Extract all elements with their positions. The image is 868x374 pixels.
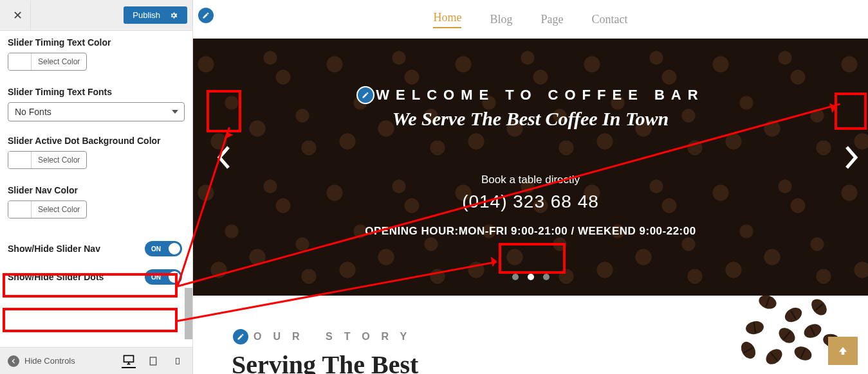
chevron-right-icon bbox=[844, 146, 860, 169]
customizer-header: ✕ Publish bbox=[0, 0, 192, 31]
chevron-left-icon bbox=[8, 355, 19, 367]
publish-button[interactable]: Publish bbox=[124, 6, 187, 24]
select-color-text: Select Color bbox=[32, 152, 86, 168]
device-buttons bbox=[122, 354, 185, 368]
chevron-left-icon bbox=[216, 146, 231, 169]
control-label: Slider Active Dot Background Color bbox=[8, 136, 185, 146]
desktop-icon bbox=[122, 353, 135, 366]
toggle-show-nav[interactable]: ON bbox=[145, 241, 182, 256]
control-show-dots: Show/Hide Slider Dots ON bbox=[8, 263, 185, 291]
hide-controls-button[interactable]: Hide Controls bbox=[8, 355, 116, 367]
mobile-icon bbox=[174, 355, 181, 367]
hide-controls-label: Hide Controls bbox=[24, 356, 75, 366]
slider-dot[interactable] bbox=[528, 274, 534, 280]
hero-hours: OPENING HOUR:MON-FRI 9:00-21:00 / WEEKEN… bbox=[193, 225, 868, 238]
gear-icon bbox=[169, 11, 178, 20]
hero-book-text: Book a table directly bbox=[193, 174, 868, 186]
toggle-show-dots[interactable]: ON bbox=[145, 269, 182, 285]
nav-item-blog[interactable]: Blog bbox=[490, 13, 512, 26]
device-desktop-button[interactable] bbox=[122, 354, 136, 368]
toggle-knob bbox=[169, 243, 180, 254]
hero-phone: (014) 323 68 48 bbox=[193, 191, 868, 212]
control-label: Slider Timing Text Fonts bbox=[8, 87, 185, 97]
device-mobile-button[interactable] bbox=[171, 354, 185, 368]
nav-item-page[interactable]: Page bbox=[541, 13, 564, 26]
customizer-body[interactable]: Slider Timing Text Color Select Color Sl… bbox=[0, 31, 192, 347]
publish-label: Publish bbox=[133, 10, 160, 20]
coffee-beans-decoration bbox=[681, 289, 849, 373]
control-timing-text-fonts: Slider Timing Text Fonts No Fonts bbox=[8, 87, 185, 121]
close-icon: ✕ bbox=[13, 8, 23, 22]
site-nav: Home Blog Page Contact bbox=[193, 0, 868, 39]
hero-subtitle: We Serve The Best Coffee In Town bbox=[193, 108, 868, 130]
control-label: Slider Timing Text Color bbox=[8, 37, 185, 48]
select-color-button[interactable]: Select Color bbox=[8, 53, 87, 71]
hero-welcome-row: WELCOME TO COFFEE BAR bbox=[356, 86, 704, 104]
control-label: Show/Hide Slider Dots bbox=[8, 272, 104, 282]
customizer-panel: ✕ Publish Slider Timing Text Color Selec… bbox=[0, 0, 193, 374]
toggle-state-text: ON bbox=[151, 245, 161, 253]
story-label-row: OUR STORY bbox=[232, 328, 418, 346]
pencil-icon bbox=[362, 91, 369, 99]
select-color-button[interactable]: Select Color bbox=[8, 151, 87, 169]
select-color-text: Select Color bbox=[32, 53, 86, 70]
control-timing-text-color: Slider Timing Text Color Select Color bbox=[8, 37, 185, 73]
svg-rect-0 bbox=[124, 355, 134, 362]
tablet-icon bbox=[148, 355, 158, 367]
svg-rect-1 bbox=[150, 357, 156, 365]
slider-dot[interactable] bbox=[543, 274, 549, 280]
pencil-icon bbox=[237, 333, 245, 341]
control-label: Slider Nav Color bbox=[8, 185, 185, 195]
slider-dots bbox=[512, 274, 549, 280]
control-show-nav: Show/Hide Slider Nav ON bbox=[8, 235, 185, 263]
slider-next-button[interactable] bbox=[836, 135, 868, 180]
toggle-state-text: ON bbox=[151, 274, 161, 281]
control-nav-color: Slider Nav Color Select Color bbox=[8, 185, 185, 220]
color-swatch bbox=[8, 152, 32, 168]
pencil-icon bbox=[202, 12, 210, 19]
scroll-to-top-button[interactable] bbox=[828, 337, 858, 365]
scrollbar-thumb[interactable] bbox=[185, 288, 192, 339]
select-color-button[interactable]: Select Color bbox=[8, 200, 87, 218]
nav-item-contact[interactable]: Contact bbox=[592, 13, 628, 26]
control-label: Show/Hide Slider Nav bbox=[8, 244, 100, 254]
svg-rect-2 bbox=[176, 358, 180, 364]
color-swatch bbox=[8, 53, 32, 70]
hero-slider: WELCOME TO COFFEE BAR We Serve The Best … bbox=[193, 39, 868, 296]
arrow-up-icon bbox=[837, 344, 849, 358]
slider-prev-button[interactable] bbox=[207, 135, 239, 180]
story-section: OUR STORY Serving The Best bbox=[193, 296, 868, 374]
edit-shortcut-button[interactable] bbox=[232, 328, 250, 346]
edit-shortcut-button[interactable] bbox=[197, 6, 215, 24]
hero-welcome-text: WELCOME TO COFFEE BAR bbox=[376, 87, 704, 103]
customizer-footer: Hide Controls bbox=[0, 347, 192, 374]
close-customizer-button[interactable]: ✕ bbox=[5, 1, 31, 30]
font-select-wrap[interactable]: No Fonts bbox=[8, 102, 185, 121]
preview-pane: Home Blog Page Contact WELCOME TO COFFEE… bbox=[193, 0, 868, 374]
control-active-dot-bg: Slider Active Dot Background Color Selec… bbox=[8, 136, 185, 171]
story-label-text: OUR STORY bbox=[254, 331, 418, 343]
toggle-knob bbox=[169, 271, 180, 283]
color-swatch bbox=[8, 201, 32, 218]
slider-dot[interactable] bbox=[512, 274, 519, 280]
font-select[interactable]: No Fonts bbox=[8, 102, 185, 121]
select-color-text: Select Color bbox=[32, 201, 86, 218]
device-tablet-button[interactable] bbox=[146, 354, 160, 368]
edit-shortcut-button[interactable] bbox=[356, 86, 374, 104]
nav-item-home[interactable]: Home bbox=[433, 11, 461, 28]
